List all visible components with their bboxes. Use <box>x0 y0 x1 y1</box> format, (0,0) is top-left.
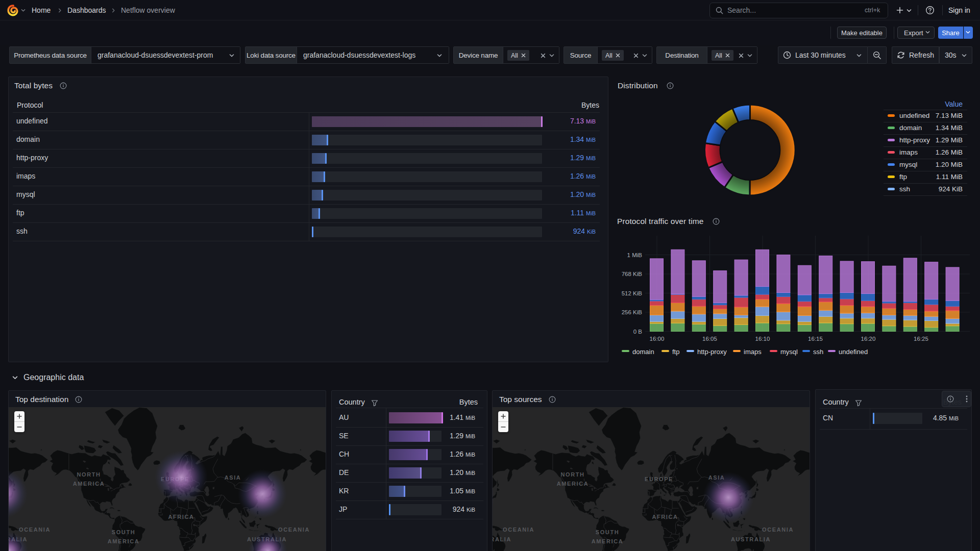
svg-text:EUROPE: EUROPE <box>645 476 673 482</box>
svg-text:OCEANIA: OCEANIA <box>762 527 794 533</box>
svg-text:undefined: undefined <box>839 348 868 356</box>
svg-text:AMERICA: AMERICA <box>73 481 105 487</box>
svg-text:AMERICA: AMERICA <box>108 538 140 544</box>
svg-text:16:00: 16:00 <box>650 336 665 342</box>
svg-text:16:05: 16:05 <box>702 336 717 342</box>
svg-text:http-proxy: http-proxy <box>697 348 727 356</box>
svg-text:1 MiB: 1 MiB <box>627 252 643 258</box>
svg-text:AMERICA: AMERICA <box>557 481 589 487</box>
svg-text:16:20: 16:20 <box>861 336 876 342</box>
svg-text:NORTH: NORTH <box>560 471 584 478</box>
svg-text:256 KiB: 256 KiB <box>622 309 643 315</box>
svg-text:ftp: ftp <box>672 348 679 356</box>
svg-text:domain: domain <box>632 348 654 356</box>
svg-text:AUSTRALIA: AUSTRALIA <box>493 536 511 542</box>
svg-text:OCEANIA: OCEANIA <box>278 527 310 533</box>
svg-text:16:25: 16:25 <box>914 336 928 342</box>
svg-text:NORTH: NORTH <box>77 471 101 478</box>
svg-text:AFRICA: AFRICA <box>168 514 194 520</box>
svg-text:AFRICA: AFRICA <box>652 514 678 520</box>
svg-text:ASIA: ASIA <box>225 474 241 481</box>
svg-text:ssh: ssh <box>813 348 823 356</box>
svg-text:768 KiB: 768 KiB <box>622 271 643 277</box>
svg-text:16:15: 16:15 <box>808 336 823 342</box>
svg-text:16:10: 16:10 <box>755 336 770 342</box>
svg-text:SOUTH: SOUTH <box>112 529 136 535</box>
svg-text:AMERICA: AMERICA <box>592 538 624 544</box>
svg-text:0 B: 0 B <box>633 329 643 335</box>
svg-text:OCEANIA: OCEANIA <box>19 527 51 533</box>
svg-text:mysql: mysql <box>780 348 798 356</box>
svg-text:SOUTH: SOUTH <box>596 529 620 535</box>
svg-text:512 KiB: 512 KiB <box>622 290 643 296</box>
svg-text:imaps: imaps <box>744 348 762 356</box>
svg-text:OCEANIA: OCEANIA <box>503 527 534 533</box>
svg-text:AUSTRALIA: AUSTRALIA <box>731 536 771 542</box>
